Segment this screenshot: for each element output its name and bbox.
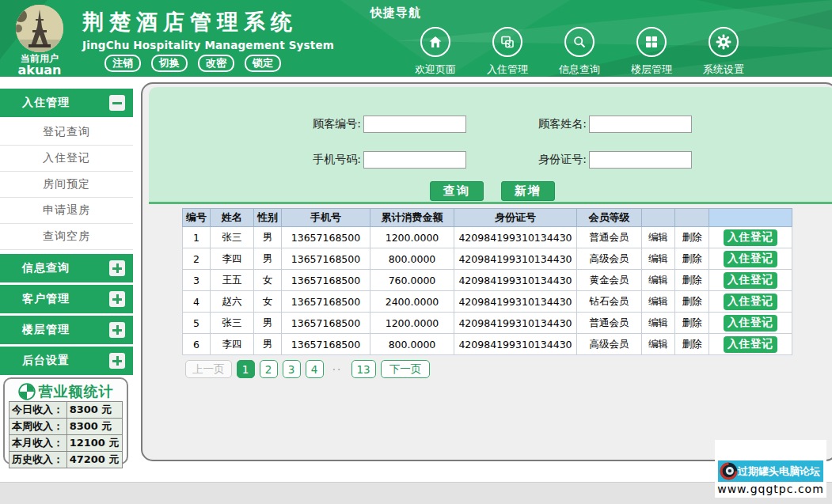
forum-url: www.gqgtpc.com (715, 483, 826, 495)
stat-label: 本周收入： (9, 419, 67, 435)
col-edit (642, 209, 675, 227)
customer-name-label: 顾客姓名: (519, 117, 587, 131)
eiffel-tower-photo (16, 5, 63, 52)
edit-link[interactable]: 编辑 (642, 334, 675, 355)
table-header-row: 编号 姓名 性别 手机号 累计消费金额 身份证号 会员等级 (183, 209, 792, 227)
floor-grid-icon (636, 27, 667, 57)
collapse-minus-icon[interactable] (109, 95, 125, 111)
expand-plus-icon[interactable] (109, 291, 125, 307)
nav-system-settings[interactable]: 系统设置 (698, 27, 749, 77)
page-button-2[interactable]: 2 (260, 360, 278, 378)
user-avatar[interactable] (16, 5, 63, 52)
table-row: 2李四 男13657168500 800.0000420984199310134… (183, 248, 792, 270)
quick-nav: 欢迎页面 入住管理 信息查询 楼层管理 系统设置 (410, 27, 770, 77)
customer-id-input[interactable] (363, 116, 466, 133)
edit-link[interactable]: 编辑 (642, 227, 675, 248)
pagination: 上一页 1 2 3 4 ·· 13 下一页 (185, 360, 430, 378)
col-checkin (709, 209, 792, 227)
page-button-1[interactable]: 1 (237, 360, 255, 378)
col-name: 姓名 (211, 209, 254, 227)
id-card-label: 身份证号: (519, 153, 587, 167)
current-user-name: akuan (8, 64, 71, 77)
checkin-button[interactable]: 入住登记 (724, 294, 777, 310)
sidebar-item-vacant-rooms[interactable]: 查询空房 (0, 224, 133, 250)
edit-link[interactable]: 编辑 (642, 313, 675, 334)
prev-page-button[interactable]: 上一页 (185, 360, 232, 378)
forum-watermark: 过期罐头电脑论坛 www.gqgtpc.com (715, 440, 826, 498)
phone-input[interactable] (363, 151, 466, 169)
brand: 荆楚酒店管理系统 JingChu Hospitality Management … (82, 8, 334, 51)
page-button-13[interactable]: 13 (351, 360, 376, 378)
revenue-stats-table: 今日收入：8300 元 本周收入：8300 元 本月收入：12100 元 历史收… (9, 401, 123, 468)
expand-plus-icon[interactable] (109, 260, 125, 276)
table-row: 3王五 女13657168500 760.0000420984199310134… (183, 270, 792, 291)
table-row: 1张三 男13657168500 1200.000042098419931013… (183, 227, 792, 248)
nav-welcome[interactable]: 欢迎页面 (410, 27, 461, 77)
sidebar-item-room-reserve[interactable]: 房间预定 (0, 172, 133, 198)
app-subtitle: JingChu Hospitality Management System (82, 39, 334, 51)
query-button[interactable]: 查询 (430, 181, 484, 201)
delete-link[interactable]: 删除 (675, 227, 709, 248)
customer-table: 编号 姓名 性别 手机号 累计消费金额 身份证号 会员等级 1张三 男13657… (182, 208, 792, 355)
edit-link[interactable]: 编辑 (642, 291, 675, 313)
sidebar-section-backend-settings[interactable]: 后台设置 (0, 347, 133, 375)
delete-link[interactable]: 删除 (675, 248, 709, 270)
nav-info-query[interactable]: 信息查询 (554, 27, 605, 77)
edit-link[interactable]: 编辑 (642, 270, 675, 291)
col-phone: 手机号 (282, 209, 370, 227)
delete-link[interactable]: 删除 (675, 334, 709, 355)
checkin-button[interactable]: 入住登记 (724, 315, 777, 332)
lock-button[interactable]: 锁定 (245, 55, 281, 72)
logout-button[interactable]: 注销 (104, 55, 141, 72)
forum-name: 过期罐头电脑论坛 (738, 464, 820, 479)
sidebar-item-register-query[interactable]: 登记查询 (0, 119, 133, 146)
add-button[interactable]: 新增 (501, 181, 555, 201)
checkin-button[interactable]: 入住登记 (724, 272, 777, 289)
delete-link[interactable]: 删除 (675, 313, 709, 334)
sidebar-section-checkin-mgmt[interactable]: 入住管理 (0, 89, 133, 117)
col-id: 编号 (183, 209, 211, 227)
checkin-button[interactable]: 入住登记 (724, 251, 777, 267)
sidebar: 入住管理 登记查询 入住登记 房间预定 申请退房 查询空房 信息查询 客户管理 … (0, 89, 133, 377)
stat-value: 12100 元 (66, 435, 122, 452)
nav-checkin[interactable]: 入住管理 (482, 27, 533, 77)
table-row: 5张三 男13657168500 1200.000042098419931013… (183, 313, 792, 334)
quick-nav-title: 快捷导航 (370, 6, 421, 21)
col-level: 会员等级 (577, 209, 642, 227)
home-icon (420, 27, 450, 57)
page-button-3[interactable]: 3 (283, 360, 301, 378)
change-password-button[interactable]: 改密 (198, 55, 234, 72)
nav-floor-mgmt[interactable]: 楼层管理 (626, 27, 677, 77)
id-card-input[interactable] (589, 151, 692, 169)
checkin-icon (492, 27, 522, 57)
forum-banner: 过期罐头电脑论坛 (718, 460, 823, 482)
checkin-button[interactable]: 入住登记 (724, 229, 777, 246)
app-title: 荆楚酒店管理系统 (82, 8, 334, 36)
customer-id-label: 顾客编号: (293, 117, 361, 131)
session-buttons: 注销 切换 改密 锁定 (104, 55, 281, 72)
sidebar-item-checkin-register[interactable]: 入住登记 (0, 146, 133, 172)
stat-label: 今日收入： (9, 402, 67, 419)
delete-link[interactable]: 删除 (675, 270, 709, 291)
customer-name-input[interactable] (589, 116, 692, 133)
next-page-button[interactable]: 下一页 (381, 360, 431, 378)
sidebar-section-customer-mgmt[interactable]: 客户管理 (0, 285, 133, 313)
table-row: 今日收入：8300 元 (9, 402, 123, 419)
expand-plus-icon[interactable] (109, 353, 125, 369)
switch-user-button[interactable]: 切换 (151, 55, 188, 72)
sidebar-section-info-query[interactable]: 信息查询 (0, 254, 133, 282)
col-amount: 累计消费金额 (370, 209, 454, 227)
edit-link[interactable]: 编辑 (642, 248, 675, 270)
table-row: 本月收入：12100 元 (9, 435, 123, 452)
sidebar-section-floor-mgmt[interactable]: 楼层管理 (0, 316, 133, 344)
delete-link[interactable]: 删除 (675, 291, 709, 313)
search-icon (564, 27, 595, 57)
checkin-button[interactable]: 入住登记 (724, 336, 777, 353)
app-header: 当前用户 akuan 荆楚酒店管理系统 JingChu Hospitality … (0, 0, 832, 77)
page-button-4[interactable]: 4 (306, 360, 324, 378)
expand-plus-icon[interactable] (109, 322, 125, 338)
current-user-block: 当前用户 akuan (8, 3, 71, 77)
revenue-stats-panel: 营业额统计 今日收入：8300 元 本周收入：8300 元 本月收入：12100… (3, 377, 128, 464)
sidebar-item-checkout-request[interactable]: 申请退房 (0, 198, 133, 224)
bottom-strip (0, 482, 832, 504)
